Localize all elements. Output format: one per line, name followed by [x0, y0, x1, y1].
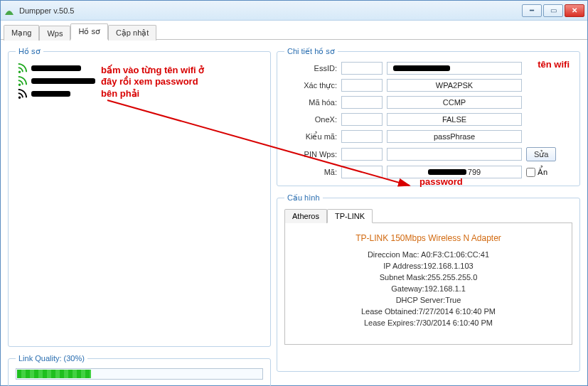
auth-label: Xác thực:	[284, 81, 337, 90]
tab-tplink[interactable]: TP-LINK	[327, 209, 373, 223]
tab-capnhat[interactable]: Cập nhật	[108, 25, 156, 41]
enc-short-field[interactable]	[341, 96, 383, 109]
profiles-legend: Hồ sơ	[16, 47, 43, 56]
wifi-icon	[17, 76, 27, 86]
pin-label: PIN Wps:	[284, 150, 337, 159]
link-quality-legend: Link Quality: (30%)	[16, 354, 87, 363]
content-area: Hồ sơ bấm vào từng tên wifi ở đây rồi	[1, 40, 587, 386]
app-icon	[4, 5, 15, 16]
pin-short-field[interactable]	[341, 148, 383, 161]
auth-value[interactable]: WPA2PSK	[387, 79, 522, 92]
adapter-title: TP-LINK 150Mbps Wireless N Adapter	[291, 233, 566, 243]
essid-label: EssID:	[284, 64, 337, 73]
cfg-subnet: Subnet Mask:255.255.255.0	[291, 273, 566, 282]
enc-value[interactable]: CCMP	[387, 96, 522, 109]
onex-value[interactable]: FALSE	[387, 113, 522, 126]
app-window: Dumpper v.50.5 ━ ▭ ✕ Mạng Wps Hồ sơ Cập …	[0, 0, 588, 386]
wifi-icon	[17, 89, 27, 99]
onex-label: OneX:	[284, 115, 337, 124]
profile-name	[31, 78, 95, 84]
cfg-gateway: Gateway:192.168.1.1	[291, 284, 566, 293]
config-panel: TP-LINK 150Mbps Wireless N Adapter Direc…	[284, 223, 572, 345]
profiles-group: Hồ sơ bấm vào từng tên wifi ở đây rồi	[8, 47, 271, 347]
fix-button[interactable]: Sửa	[526, 147, 556, 161]
maximize-button[interactable]: ▭	[543, 4, 563, 17]
annotation-instruction: bấm vào từng tên wifi ở đây rồi xem pass…	[101, 65, 204, 100]
tab-mang[interactable]: Mạng	[4, 25, 39, 41]
auth-short-field[interactable]	[341, 79, 383, 92]
config-legend: Cấu hình	[284, 193, 323, 203]
hide-checkbox[interactable]: Ẩn	[526, 168, 547, 177]
details-legend: Chi tiết hồ sơ	[284, 47, 338, 56]
enc-label: Mã hóa:	[284, 98, 337, 107]
essid-short-field[interactable]	[341, 62, 383, 75]
cfg-lease-exp: Lease Expires:7/30/2014 6:10:40 PM	[291, 318, 566, 327]
titlebar: Dumpper v.50.5 ━ ▭ ✕	[1, 1, 587, 21]
annotation-password: password	[419, 176, 463, 188]
tab-hoso[interactable]: Hồ sơ	[70, 23, 108, 40]
essid-value[interactable]	[387, 62, 522, 75]
annotation-wifi-name: tên wifi	[538, 59, 570, 70]
minimize-button[interactable]: ━	[522, 4, 542, 17]
tab-wps[interactable]: Wps	[39, 26, 70, 41]
config-tabstrip: Atheros TP-LINK	[284, 208, 572, 223]
wifi-icon	[17, 63, 27, 73]
onex-short-field[interactable]	[341, 113, 383, 126]
pin-value[interactable]	[387, 148, 522, 161]
main-tabstrip: Mạng Wps Hồ sơ Cập nhật	[1, 21, 587, 40]
right-column: Chi tiết hồ sơ tên wifi EssID: Xác thực:…	[277, 47, 580, 379]
window-title: Dumpper v.50.5	[19, 6, 74, 15]
cfg-mac: Direccion Mac: A0:F3:C1:06:CC:41	[291, 250, 566, 259]
tab-atheros[interactable]: Atheros	[284, 209, 327, 223]
key-label: Mã:	[284, 168, 337, 176]
keytype-value[interactable]: passPhrase	[387, 130, 522, 143]
hide-checkbox-input[interactable]	[526, 168, 535, 177]
window-controls: ━ ▭ ✕	[522, 4, 584, 17]
config-group: Cấu hình Atheros TP-LINK TP-LINK 150Mbps…	[277, 193, 580, 372]
profile-name	[31, 65, 81, 71]
profile-name	[31, 91, 70, 97]
link-quality-group: Link Quality: (30%)	[8, 354, 271, 386]
cfg-lease-obt: Lease Obtained:7/27/2014 6:10:40 PM	[291, 307, 566, 316]
left-column: Hồ sơ bấm vào từng tên wifi ở đây rồi	[8, 47, 271, 379]
link-quality-bar	[16, 368, 263, 380]
link-quality-fill	[17, 370, 91, 378]
details-group: Chi tiết hồ sơ tên wifi EssID: Xác thực:…	[277, 47, 580, 186]
details-grid: EssID: Xác thực: WPA2PSK Mã hóa: CCMP On…	[284, 62, 572, 178]
key-short-field[interactable]	[341, 166, 383, 178]
profile-list[interactable]: bấm vào từng tên wifi ở đây rồi xem pass…	[16, 62, 263, 339]
keytype-label: Kiểu mã:	[284, 132, 337, 141]
cfg-ip: IP Address:192.168.1.103	[291, 262, 566, 270]
cfg-dhcp: DHCP Server:True	[291, 296, 566, 304]
keytype-short-field[interactable]	[341, 130, 383, 143]
close-button[interactable]: ✕	[565, 4, 584, 17]
